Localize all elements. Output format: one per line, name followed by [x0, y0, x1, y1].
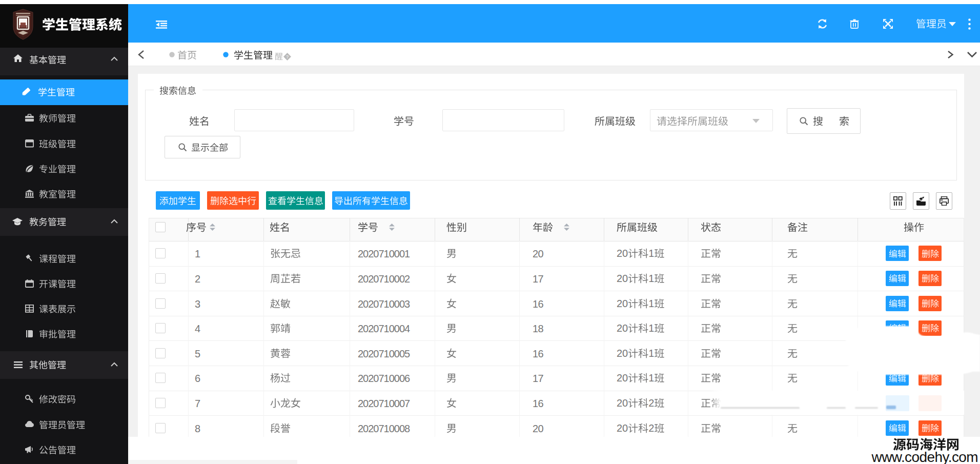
svg-text:1: 1 — [648, 298, 654, 309]
svg-text:2: 2 — [617, 298, 622, 309]
svg-text:0: 0 — [622, 248, 628, 259]
svg-text:0: 0 — [622, 422, 628, 434]
svg-text:0: 0 — [622, 348, 628, 359]
svg-text:2: 2 — [648, 397, 654, 409]
svg-text:2: 2 — [617, 372, 622, 384]
svg-text:0: 0 — [622, 322, 628, 334]
svg-text:0: 0 — [622, 372, 628, 384]
svg-text:1: 1 — [648, 273, 654, 284]
svg-text:?: ? — [286, 54, 289, 59]
svg-text:1: 1 — [648, 348, 654, 359]
svg-text:2: 2 — [617, 322, 622, 334]
svg-text:2: 2 — [617, 348, 622, 359]
svg-text:2: 2 — [617, 273, 622, 284]
svg-text:2: 2 — [617, 422, 622, 434]
svg-text:1: 1 — [648, 248, 654, 259]
svg-text:0: 0 — [622, 273, 628, 284]
svg-text:1: 1 — [648, 372, 654, 384]
svg-text:0: 0 — [622, 298, 628, 309]
svg-text:2: 2 — [617, 397, 622, 409]
svg-text:0: 0 — [622, 397, 628, 409]
svg-text:1: 1 — [648, 322, 654, 334]
svg-text:2: 2 — [648, 422, 654, 434]
svg-text:2: 2 — [617, 248, 622, 259]
